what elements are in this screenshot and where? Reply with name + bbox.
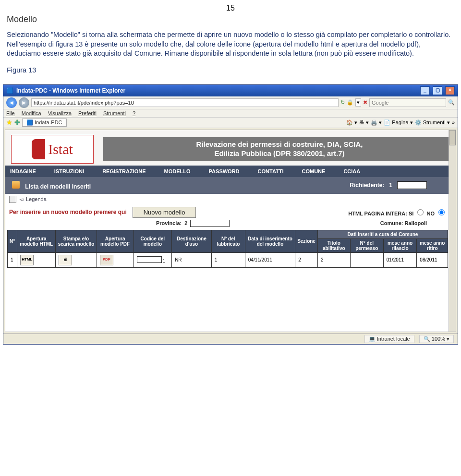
nav-contatti[interactable]: CONTATTI bbox=[258, 168, 284, 174]
nav-cciaa[interactable]: CCIAA bbox=[343, 168, 360, 174]
radio-no-label: NO bbox=[426, 211, 435, 216]
tabs-row: ★ ✚ 🟦 Indata-PDC 🏠 ▾ 🖶 ▾ 🖨️ ▾ 📄 Pagina ▾… bbox=[3, 118, 458, 128]
menu-preferiti[interactable]: Preferiti bbox=[78, 110, 97, 116]
col-fabb: N° del fabbricato bbox=[211, 230, 245, 252]
cell-rilascio: 01/2011 bbox=[383, 252, 417, 267]
col-rilascio: mese anno rilascio bbox=[383, 238, 417, 252]
cell-open-html[interactable]: HTML bbox=[17, 252, 56, 267]
favorites-star-icon[interactable]: ★ bbox=[6, 119, 12, 126]
insert-row: Per inserire un nuovo modello premere qu… bbox=[5, 205, 456, 220]
menu-help[interactable]: ? bbox=[133, 110, 135, 116]
feeds-icon[interactable]: 🖶 ▾ bbox=[359, 119, 369, 126]
add-favorite-icon[interactable]: ✚ bbox=[14, 119, 20, 126]
ie-icon: 🟦 bbox=[6, 87, 13, 94]
window-title: Indata-PDC - Windows Internet Explorer bbox=[16, 87, 125, 94]
menu-modifica[interactable]: Modifica bbox=[22, 110, 41, 116]
search-input[interactable] bbox=[369, 98, 446, 107]
nav-comune[interactable]: COMUNE bbox=[302, 168, 326, 174]
istat-logo: Istat bbox=[11, 135, 94, 164]
richiedente-value: 1 bbox=[389, 182, 392, 189]
printer-icon: 🖨 bbox=[59, 255, 72, 265]
cell-print[interactable]: 🖨 bbox=[56, 252, 97, 267]
minimize-button[interactable]: _ bbox=[420, 86, 430, 95]
comune-label: Comune: bbox=[380, 220, 403, 226]
address-input[interactable]: https://indata.istat.it/pdc/index.php?pa… bbox=[31, 98, 339, 107]
tools-menu[interactable]: ⚙️ Strumenti ▾ bbox=[415, 119, 450, 126]
col-html: Apertura modello HTML bbox=[17, 230, 56, 252]
folder-icon bbox=[12, 181, 20, 189]
cell-titolo: 2 bbox=[317, 252, 350, 267]
cell-data: 04/11/2011 bbox=[245, 252, 295, 267]
col-n: N° bbox=[8, 230, 17, 252]
site-nav: INDAGINE ISTRUZIONI REGISTRAZIONE MODELL… bbox=[5, 166, 456, 177]
html-intera-label: HTML PAGINA INTERA: bbox=[348, 211, 407, 216]
radio-no[interactable] bbox=[438, 209, 445, 215]
address-bar-row: ◄ ► https://indata.istat.it/pdc/index.ph… bbox=[3, 96, 458, 109]
maximize-button[interactable]: ▢ bbox=[433, 86, 442, 95]
menu-file[interactable]: File bbox=[6, 110, 15, 116]
cell-n: 1 bbox=[8, 252, 17, 267]
comune-value: Rallopoli bbox=[405, 220, 427, 226]
cell-open-pdf[interactable]: PDF bbox=[97, 252, 133, 267]
legend-arrow-icon: ◅ bbox=[19, 196, 23, 202]
stop-icon[interactable]: ✖ bbox=[363, 99, 367, 106]
list-header-bar: Lista dei modelli inseriti Richiedente: … bbox=[5, 177, 456, 194]
cell-ritiro: 08/2011 bbox=[417, 252, 448, 267]
legend-row: ◅ Legenda bbox=[5, 194, 456, 205]
cell-dest: NR bbox=[172, 252, 212, 267]
figure-label: Figura 13 bbox=[7, 66, 454, 74]
print-icon[interactable]: 🖨️ ▾ bbox=[371, 119, 382, 126]
section-heading: Modello bbox=[7, 14, 461, 24]
nuovo-modello-button[interactable]: Nuovo modello bbox=[133, 207, 196, 218]
window-titlebar: 🟦 Indata-PDC - Windows Internet Explorer… bbox=[3, 85, 458, 96]
browser-tab[interactable]: 🟦 Indata-PDC bbox=[22, 119, 67, 127]
search-engine-dropdown[interactable]: ▾ bbox=[355, 98, 361, 107]
legend-label[interactable]: Legenda bbox=[26, 196, 47, 202]
browser-window: 🟦 Indata-PDC - Windows Internet Explorer… bbox=[3, 84, 458, 345]
provincia-label: Provincia: bbox=[156, 220, 182, 226]
col-npermesso: N° del permesso bbox=[350, 238, 383, 252]
more-chevron-icon[interactable]: » bbox=[452, 119, 455, 125]
back-button[interactable]: ◄ bbox=[6, 97, 17, 108]
search-go-icon[interactable]: 🔍 bbox=[448, 99, 455, 106]
nav-istruzioni[interactable]: ISTRUZIONI bbox=[54, 168, 84, 174]
richiedente-blank bbox=[397, 181, 427, 189]
lock-icon: 🔒 bbox=[347, 99, 353, 106]
col-ritiro: mese anno ritiro bbox=[417, 238, 448, 252]
menu-bar: File Modifica Visualizza Preferiti Strum… bbox=[3, 109, 458, 118]
forward-button[interactable]: ► bbox=[19, 97, 29, 108]
legend-checkbox-icon[interactable] bbox=[9, 196, 16, 203]
internet-icon: 💻 bbox=[369, 336, 376, 342]
col-titolo: Titolo abilitativo bbox=[317, 238, 350, 252]
col-group-comune: Dati inseriti a cura del Comune bbox=[317, 230, 448, 238]
cell-npermesso bbox=[350, 252, 383, 267]
radio-si-label: SI bbox=[409, 211, 413, 216]
zoom-icon[interactable]: 🔍 bbox=[424, 336, 430, 342]
nav-password[interactable]: PASSWORD bbox=[209, 168, 240, 174]
banner-title: Rilevazione dei permessi di costruire, D… bbox=[103, 137, 456, 161]
provincia-row: Provincia: 2 Comune: Rallopoli bbox=[5, 220, 456, 230]
richiedente-label: Richiedente: bbox=[350, 182, 384, 189]
body-paragraph: Selezionando "Modello" si torna alla sch… bbox=[7, 30, 454, 59]
cell-fabb: 1 bbox=[211, 252, 245, 267]
vertical-scrollbar[interactable] bbox=[449, 130, 456, 332]
nav-indagine[interactable]: INDAGINE bbox=[10, 168, 36, 174]
menu-strumenti[interactable]: Strumenti bbox=[103, 110, 126, 116]
nav-modello[interactable]: MODELLO bbox=[164, 168, 191, 174]
cell-sezione: 2 bbox=[295, 252, 318, 267]
tab-title: Indata-PDC bbox=[35, 119, 62, 125]
refresh-icon[interactable]: ↻ bbox=[340, 99, 345, 106]
close-button[interactable]: × bbox=[445, 86, 455, 95]
html-icon: HTML bbox=[20, 255, 34, 265]
tab-favicon-icon: 🟦 bbox=[26, 119, 33, 125]
insert-instruction: Per inserire un nuovo modello premere qu… bbox=[9, 209, 127, 215]
zone-label: Intranet locale bbox=[377, 336, 410, 342]
models-table: N° Apertura modello HTML Stampa e/o scar… bbox=[7, 230, 448, 268]
table-row: 1 HTML 🖨 PDF 1 NR 1 04/11/2011 2 2 01/20… bbox=[8, 252, 448, 267]
home-icon[interactable]: 🏠 ▾ bbox=[346, 119, 357, 126]
pdf-icon: PDF bbox=[100, 255, 113, 265]
menu-visualizza[interactable]: Visualizza bbox=[48, 110, 72, 116]
radio-si[interactable] bbox=[417, 209, 424, 215]
nav-registrazione[interactable]: REGISTRAZIONE bbox=[102, 168, 146, 174]
page-menu[interactable]: 📄 Pagina ▾ bbox=[384, 119, 412, 126]
